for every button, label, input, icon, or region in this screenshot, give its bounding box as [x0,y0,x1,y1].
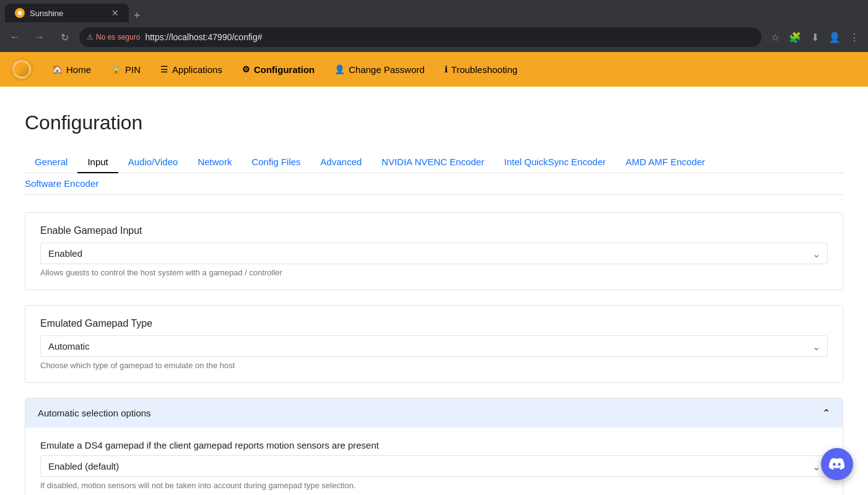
back-button[interactable]: ← [5,27,25,47]
security-icon: ⚠ [87,33,93,41]
emulated-gamepad-select-wrapper: Automatic DS4 Xbox ⌄ [40,335,828,357]
emulated-gamepad-description: Choose which type of gamepad to emulate … [40,361,828,370]
ds4-motion-field: Emulate a DS4 gamepad if the client game… [40,440,828,490]
tab-software-encoder[interactable]: Software Encoder [25,173,108,195]
enable-gamepad-select[interactable]: Enabled Disabled [40,243,828,264]
nav-home-label: Home [66,64,91,75]
nav-item-applications[interactable]: ☰ Applications [152,59,231,80]
config-tabs: General Input Audio/Video Network Config… [25,152,843,173]
main-content: Configuration General Input Audio/Video … [0,87,868,495]
download-button[interactable]: ⬇ [806,28,823,46]
ds4-motion-label: Emulate a DS4 gamepad if the client game… [40,440,828,450]
nav-pin-label: PIN [125,64,141,75]
emulated-gamepad-section: Emulated Gamepad Type Automatic DS4 Xbox… [25,305,843,383]
nav-item-home[interactable]: 🏠 Home [43,59,100,80]
auto-section-collapse-icon: ⌃ [822,407,830,419]
enable-gamepad-label: Enable Gamepad Input [40,225,828,236]
config-tabs-row2: Software Encoder [25,173,843,195]
toolbar-actions: ☆ 🧩 ⬇ 👤 ⋮ [766,28,863,46]
tab-config-files[interactable]: Config Files [241,152,310,173]
enable-gamepad-description: Allows guests to control the host system… [40,268,828,277]
ds4-motion-select-wrapper: Enabled (default) Disabled ⌄ [40,455,828,477]
applications-icon: ☰ [160,64,168,74]
page-title: Configuration [25,111,843,134]
enable-gamepad-section: Enable Gamepad Input Enabled Disabled ⌄ … [25,212,843,290]
discord-button[interactable] [821,448,853,480]
nav-item-troubleshooting[interactable]: ℹ Troubleshooting [436,59,526,80]
tab-input[interactable]: Input [77,152,118,173]
change-password-icon: 👤 [334,64,345,74]
nav-item-configuration[interactable]: ⚙ Configuration [233,59,323,80]
configuration-icon: ⚙ [242,64,250,74]
nav-item-pin[interactable]: 🔒 PIN [102,59,149,80]
tab-amd-amf[interactable]: AMD AMF Encoder [615,152,714,173]
emulated-gamepad-field: Emulated Gamepad Type Automatic DS4 Xbox… [25,306,843,382]
pin-icon: 🔒 [111,64,121,74]
tab-close-button[interactable]: ✕ [111,8,119,18]
app-logo-inner [12,60,31,79]
enable-gamepad-select-wrapper: Enabled Disabled ⌄ [40,243,828,264]
auto-section-title: Automatic selection options [38,408,151,418]
nav-item-change-password[interactable]: 👤 Change Password [326,59,433,80]
nav-change-password-label: Change Password [349,64,425,75]
nav-configuration-label: Configuration [254,64,315,75]
emulated-gamepad-select[interactable]: Automatic DS4 Xbox [40,335,828,357]
enable-gamepad-field: Enable Gamepad Input Enabled Disabled ⌄ … [25,213,843,290]
tab-general[interactable]: General [25,152,77,173]
auto-selection-section: Automatic selection options ⌃ Emulate a … [25,398,843,495]
tab-intel-quicksync[interactable]: Intel QuickSync Encoder [494,152,615,173]
app-logo [10,58,33,81]
reload-button[interactable]: ↻ [54,27,74,47]
security-badge: ⚠ No es seguro [87,33,140,41]
app-nav: 🏠 Home 🔒 PIN ☰ Applications ⚙ Configurat… [0,52,868,87]
nav-troubleshooting-label: Troubleshooting [451,64,518,75]
nav-applications-label: Applications [172,64,222,75]
tab-advanced[interactable]: Advanced [311,152,372,173]
browser-tab[interactable]: Sunshine ✕ [5,4,129,22]
troubleshooting-icon: ℹ [445,64,448,74]
tab-favicon [15,8,25,18]
ds4-motion-select[interactable]: Enabled (default) Disabled [40,455,828,477]
security-label: No es seguro [96,33,140,41]
tab-audio-video[interactable]: Audio/Video [118,152,188,173]
browser-toolbar: ← → ↻ ⚠ No es seguro https://localhost:4… [0,22,868,52]
auto-selection-header[interactable]: Automatic selection options ⌃ [25,398,843,428]
profile-button[interactable]: 👤 [826,28,843,46]
tab-bar: Sunshine ✕ + [0,0,868,22]
forward-button[interactable]: → [30,27,50,47]
menu-button[interactable]: ⋮ [846,28,863,46]
svg-point-0 [17,11,22,15]
extensions-button[interactable]: 🧩 [786,28,804,46]
new-tab-button[interactable]: + [134,9,141,22]
tab-network[interactable]: Network [188,152,241,173]
home-icon: 🏠 [52,64,63,74]
address-bar[interactable]: ⚠ No es seguro https://localhost:47990/c… [79,27,762,47]
ds4-motion-description: If disabled, motion sensors will not be … [40,481,828,490]
bookmark-button[interactable]: ☆ [766,28,784,46]
url-display: https://localhost:47990/config# [145,32,262,42]
auto-section-body: Emulate a DS4 gamepad if the client game… [25,428,843,495]
emulated-gamepad-label: Emulated Gamepad Type [40,318,828,329]
tab-title: Sunshine [30,9,106,18]
tab-nvidia-nvenc[interactable]: NVIDIA NVENC Encoder [371,152,494,173]
browser-window: Sunshine ✕ + ← → ↻ ⚠ No es seguro https:… [0,0,868,495]
